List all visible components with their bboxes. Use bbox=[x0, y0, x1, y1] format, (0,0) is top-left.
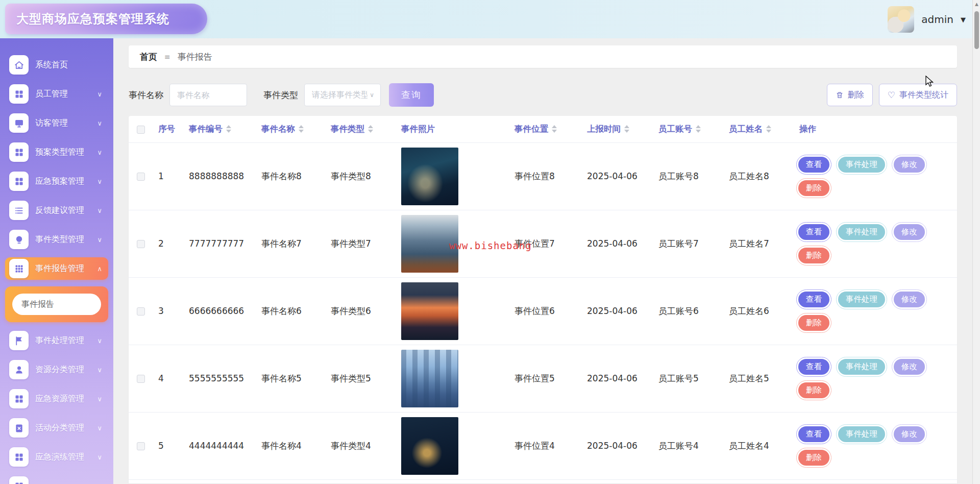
edit-button[interactable]: 修改 bbox=[892, 357, 927, 377]
chevron-down-icon: ∨ bbox=[97, 236, 102, 244]
row-checkbox[interactable] bbox=[137, 307, 145, 316]
cell-code: 4444444444 bbox=[184, 412, 256, 479]
event-photo[interactable] bbox=[401, 148, 458, 205]
view-button[interactable]: 查看 bbox=[796, 357, 831, 377]
edit-button[interactable]: 修改 bbox=[892, 222, 927, 242]
table-row: 4 5555555555 事件名称5 事件类型5 事件位置5 2025-04-0… bbox=[129, 345, 957, 412]
edit-button[interactable]: 修改 bbox=[892, 289, 927, 309]
event-type-select[interactable]: 请选择事件类型 ∨ bbox=[304, 84, 381, 106]
handle-button[interactable]: 事件处理 bbox=[836, 222, 887, 242]
sidebar-item-event-handling[interactable]: 事件处理管理 ∨ bbox=[5, 329, 108, 352]
handle-button[interactable]: 事件处理 bbox=[836, 424, 887, 444]
caret-down-icon[interactable]: ▼ bbox=[961, 16, 966, 23]
scrollbar-thumb[interactable] bbox=[974, 11, 979, 49]
sidebar-item-partial[interactable] bbox=[5, 475, 108, 484]
sidebar-item-emergency-plan[interactable]: 应急预案管理 ∨ bbox=[5, 170, 108, 192]
view-button[interactable]: 查看 bbox=[796, 222, 831, 242]
username[interactable]: admin bbox=[921, 13, 953, 26]
sidebar-item-drill[interactable]: 应急演练管理 ∨ bbox=[5, 446, 108, 468]
cell-type: 事件类型8 bbox=[326, 142, 396, 210]
cell-seq: 1 bbox=[153, 142, 184, 210]
row-checkbox[interactable] bbox=[137, 375, 145, 383]
sort-icons[interactable] bbox=[766, 125, 771, 133]
window-scrollbar[interactable]: ▲ bbox=[972, 0, 980, 484]
event-photo[interactable] bbox=[401, 282, 458, 340]
sort-icons[interactable] bbox=[226, 125, 231, 133]
sidebar-subitem-event-report[interactable]: 事件报告 bbox=[12, 294, 101, 315]
handle-button[interactable]: 事件处理 bbox=[836, 289, 887, 309]
sidebar-item-label: 反馈建议管理 bbox=[35, 205, 97, 216]
sidebar-nav: 系统首页 员工管理 ∨ 访客管理 ∨ 预案类型管理 ∨ 应急预案管理 ∨ 反馈建… bbox=[0, 38, 113, 484]
chevron-down-icon: ∨ bbox=[97, 424, 102, 432]
batch-delete-button[interactable]: 删除 bbox=[827, 84, 873, 106]
handle-button[interactable]: 事件处理 bbox=[836, 357, 887, 377]
user-menu[interactable]: admin ▼ bbox=[888, 5, 966, 34]
row-checkbox[interactable] bbox=[137, 173, 145, 181]
delete-button[interactable]: 删除 bbox=[796, 313, 831, 333]
table-row: 2 7777777777 事件名称7 事件类型7 事件位置7 2025-04-0… bbox=[129, 210, 957, 277]
view-button[interactable]: 查看 bbox=[796, 289, 831, 309]
sidebar-item-resource-category[interactable]: 资源分类管理 ∨ bbox=[5, 358, 108, 381]
edit-button[interactable]: 修改 bbox=[892, 155, 927, 175]
cell-type: 事件类型7 bbox=[326, 210, 396, 277]
cell-date: 2025-04-06 bbox=[582, 412, 653, 479]
event-report-table-card: 序号 事件编号 事件名称 事件类型 事件照片 事件位置 上报时间 员工账号 员工… bbox=[129, 116, 957, 483]
sort-icons[interactable] bbox=[624, 125, 629, 133]
sidebar-item-event-type[interactable]: 事件类型管理 ∨ bbox=[5, 228, 108, 251]
sidebar-item-plan-type[interactable]: 预案类型管理 ∨ bbox=[5, 141, 108, 163]
sidebar-item-emergency-resource[interactable]: 应急资源管理 ∨ bbox=[5, 388, 108, 410]
cell-name: 事件名称4 bbox=[256, 412, 326, 479]
chevron-down-icon: ∨ bbox=[97, 149, 102, 156]
sidebar-item-home[interactable]: 系统首页 bbox=[5, 54, 108, 76]
edit-button[interactable]: 修改 bbox=[892, 424, 927, 444]
scroll-up-icon[interactable]: ▲ bbox=[973, 2, 980, 7]
sort-icons[interactable] bbox=[368, 125, 373, 133]
sidebar-item-visitor[interactable]: 访客管理 ∨ bbox=[5, 112, 108, 134]
sidebar-item-label: 事件类型管理 bbox=[35, 234, 97, 245]
col-name: 事件名称 bbox=[261, 124, 295, 135]
event-photo[interactable] bbox=[401, 350, 458, 407]
event-name-input[interactable] bbox=[169, 84, 247, 106]
sidebar-item-feedback[interactable]: 反馈建议管理 ∨ bbox=[5, 199, 108, 222]
cell-seq: 2 bbox=[153, 210, 184, 277]
cell-location: 事件位置8 bbox=[509, 142, 582, 210]
sort-icons[interactable] bbox=[696, 125, 701, 133]
delete-button[interactable]: 删除 bbox=[796, 448, 831, 468]
select-all-checkbox[interactable] bbox=[137, 126, 145, 134]
event-type-stats-button[interactable]: ♡ 事件类型统计 bbox=[879, 84, 957, 106]
view-button[interactable]: 查看 bbox=[796, 155, 831, 175]
app-title: 大型商场应急预案管理系统 bbox=[16, 11, 169, 27]
view-button[interactable]: 查看 bbox=[796, 424, 831, 444]
delete-button[interactable]: 删除 bbox=[796, 178, 831, 198]
row-checkbox[interactable] bbox=[137, 442, 145, 450]
event-photo[interactable] bbox=[401, 215, 458, 273]
cell-staff: 员工姓名6 bbox=[724, 277, 794, 345]
cell-name: 事件名称6 bbox=[256, 277, 326, 345]
delete-button[interactable]: 删除 bbox=[796, 380, 831, 400]
col-account: 员工账号 bbox=[658, 124, 692, 135]
chevron-down-icon: ∨ bbox=[97, 395, 102, 403]
top-header-bar: 大型商场应急预案管理系统 admin ▼ bbox=[0, 0, 980, 38]
table-header-row: 序号 事件编号 事件名称 事件类型 事件照片 事件位置 上报时间 员工账号 员工… bbox=[129, 116, 957, 142]
cell-code: 6666666666 bbox=[184, 277, 256, 345]
row-checkbox[interactable] bbox=[137, 240, 145, 248]
sidebar-item-activity-category[interactable]: 活动分类管理 ∨ bbox=[5, 417, 108, 439]
grid-icon bbox=[9, 447, 29, 467]
handle-button[interactable]: 事件处理 bbox=[836, 155, 887, 175]
cell-type: 事件类型4 bbox=[326, 412, 396, 479]
sort-icons[interactable] bbox=[299, 125, 304, 133]
sidebar-item-label: 资源分类管理 bbox=[35, 365, 97, 375]
user-avatar[interactable] bbox=[888, 6, 914, 33]
sort-icons[interactable] bbox=[552, 125, 557, 133]
delete-button[interactable]: 删除 bbox=[796, 246, 831, 265]
sidebar-item-employee[interactable]: 员工管理 ∨ bbox=[5, 83, 108, 105]
col-actions: 操作 bbox=[799, 124, 816, 135]
breadcrumb-home-link[interactable]: 首页 bbox=[140, 51, 157, 63]
sidebar-subitem-label: 事件报告 bbox=[21, 299, 54, 310]
event-photo[interactable] bbox=[401, 417, 458, 475]
cell-seq: 5 bbox=[153, 412, 184, 479]
sidebar-item-label: 应急资源管理 bbox=[35, 394, 97, 404]
sidebar-item-event-report[interactable]: 事件报告管理 ∧ bbox=[5, 257, 108, 280]
cell-account: 员工账号5 bbox=[653, 345, 724, 412]
search-button[interactable]: 查询 bbox=[389, 83, 434, 107]
